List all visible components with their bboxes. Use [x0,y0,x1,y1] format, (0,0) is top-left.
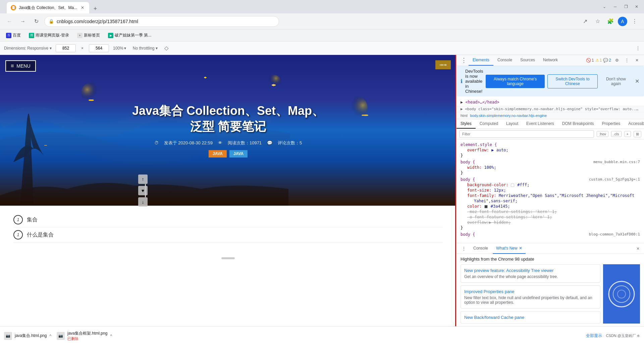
sub-tab-layout[interactable]: Layout [502,119,522,129]
switch-chinese-button[interactable]: Switch DevTools to Chinese [547,74,598,88]
sub-tab-event-listeners[interactable]: Event Listeners [522,119,558,129]
title-bar: 📑 Java集合 Collection、Set、Ma... ✕ + ⌄ ─ ❐ … [0,0,644,13]
overflow-value: ▶ auto; [491,148,508,152]
info-count: 💬 2 [603,58,611,63]
tab-sources[interactable]: Sources [516,55,539,66]
throttle-button[interactable]: No throttling ▾ [130,45,161,52]
sub-tab-styles[interactable]: Styles [457,119,476,129]
tab-network[interactable]: Network [539,55,562,66]
newtab-icon: + [77,33,83,38]
zoom-select[interactable]: 100% ▾ [113,46,126,51]
banner-close-button[interactable]: ✕ [634,78,640,85]
breadcrumb-body[interactable]: body.skin-simplememory.no-navbar.hljs-en… [470,114,547,118]
refresh-button[interactable]: ↻ [31,16,42,27]
head-element-text: <head>…</head> [465,100,499,105]
close-window-button[interactable]: ✕ [632,2,641,11]
bookmark-video[interactable]: ▶ 破产姐妹第一季 第... [106,32,153,39]
styles-filter-input[interactable] [459,130,594,138]
tab-close-btn[interactable]: ✕ [80,5,85,10]
float-like-btn[interactable]: ♥ [138,186,148,195]
height-input[interactable] [89,44,109,52]
bookmark-baidu[interactable]: 百 百度 [4,32,23,39]
css-source-1: menu_bubble.min.css:7 [593,160,640,164]
devtools-right-buttons: 🚫 1 ⚠ 1 💬 2 ⚙ ⋮ ✕ [586,56,641,65]
fontfamily-property: font-family: [461,193,499,198]
head-element-arrow[interactable]: ▶ [461,100,463,105]
toggle-button[interactable]: ⊞ [634,131,641,137]
tab-console[interactable]: Console [493,55,516,66]
right-icon-btn[interactable]: ⇒⇒ [435,60,451,69]
drawer-tab-close[interactable]: ✕ [519,246,522,251]
hov-filter-button[interactable]: :hov [597,131,608,137]
forward-button[interactable]: → [17,16,28,27]
network-icon[interactable]: ◇ [164,45,168,51]
css-close-1: } [457,153,644,158]
bookmark-yuketing[interactable]: 雨 雨课堂网页版-登录 [27,32,71,39]
feature-link-3[interactable]: New Back/forward Cache pane [464,315,597,320]
sub-tab-dom-breakpoints[interactable]: DOM Breakpoints [558,119,598,129]
restore-button[interactable]: ❐ [621,2,631,11]
float-up-btn[interactable]: ↑ [138,175,148,184]
active-tab[interactable]: 📑 Java集合 Collection、Set、Ma... ✕ [7,2,89,13]
close-devtools-button[interactable]: ✕ [633,56,641,65]
back-button[interactable]: ← [4,16,15,27]
drawer-close-button[interactable]: × [635,245,641,252]
css-prop-overflow: overflow: ▶ auto; [457,147,644,153]
feature-link-1[interactable]: New preview feature: Accessibility Tree … [464,268,597,273]
css-body-selector-1: body { menu_bubble.min.css:7 [457,159,644,165]
download-chevron-1[interactable]: ^ [49,334,51,338]
css-body-selector-3: body { blog-common_7aX1eFD00:1 [457,232,644,237]
breadcrumb-html[interactable]: html [461,114,468,118]
error-count: 🚫 1 [586,58,594,63]
devtools-menu-button[interactable]: ⋮ [459,56,469,65]
address-bar[interactable]: 🔒 cnblogs.com/coderzjz/p/13587167.html [44,16,279,27]
feature-desc-2: New filter text box, hide null and undef… [464,295,597,305]
feature-item-2: Improved Properties pane New filter text… [461,285,600,308]
minimize-button[interactable]: ─ [610,2,620,11]
dimensions-text: Dimensions: Responsive [4,46,48,51]
cls-filter-button[interactable]: .cls [611,131,622,137]
devtools-tab-bar: ⋮ Elements Console Sources Network 🚫 1 ⚠… [457,55,644,66]
warning-badge: 1 [600,58,602,63]
download-item-1: 📷 java集合.html.png ^ [4,332,51,340]
dimensions-dropdown-icon[interactable]: ▾ [50,46,52,51]
drawer-tab-console[interactable]: Console [470,243,491,254]
devtools-panel: ⋮ Elements Console Sources Network 🚫 1 ⚠… [456,55,644,326]
match-language-button[interactable]: Always match Chrome's language [486,75,544,88]
width-input[interactable] [56,44,76,52]
drawer-menu-button[interactable]: ⋮ [459,244,469,253]
device-toolbar: Dimensions: Responsive ▾ × 100% ▾ No thr… [0,42,644,55]
blog-content: 1 集合 1 什么是集合 [0,206,456,249]
section-num-2: 1 [13,230,23,239]
profile-icon[interactable]: A [618,17,627,26]
new-tab-button[interactable]: + [91,4,100,13]
tab-elements[interactable]: Elements [469,55,493,66]
more-devtools-icon[interactable]: ⋮ [623,56,631,65]
sub-tab-properties[interactable]: Properties [598,119,625,129]
menu-icon[interactable]: ⋮ [629,16,640,27]
download-file-icon-1: 📷 [4,332,12,340]
more-options-icon[interactable]: ⋮ [636,46,640,51]
drawer-tab-whats-new[interactable]: What's New ✕ [493,243,526,254]
float-down-btn[interactable]: ↓ [138,197,148,207]
chevron-down-icon[interactable]: ⌄ [600,2,609,11]
settings-icon[interactable]: ⚙ [612,56,621,65]
tag-java-1[interactable]: JAVA [209,150,227,157]
bookmark-newtab[interactable]: + 新标签页 [75,32,102,39]
download-name-2[interactable]: java集合框架.html.png [67,331,107,336]
feature-link-2[interactable]: Improved Properties pane [464,289,597,294]
download-chevron-2[interactable]: ^ [110,334,112,338]
download-name-1[interactable]: java集合.html.png [15,333,47,339]
all-show-link[interactable]: 全部显示 [586,333,602,339]
sub-tab-accessibility[interactable]: Accessibility [624,119,644,129]
sub-tab-computed[interactable]: Computed [476,119,502,129]
bookmark-icon[interactable]: ☆ [592,16,603,27]
share-icon[interactable]: ↗ [580,16,590,27]
add-style-button[interactable]: + [624,131,631,137]
tag-java-2[interactable]: JAVA [229,150,248,157]
scroll-handle[interactable] [221,257,235,259]
menu-button[interactable]: ≡ MENU [5,60,36,72]
dont-show-button[interactable]: Don't show again [600,75,632,88]
extension-icon[interactable]: 🧩 [605,16,616,27]
dimensions-label: Dimensions: Responsive ▾ [4,46,52,51]
